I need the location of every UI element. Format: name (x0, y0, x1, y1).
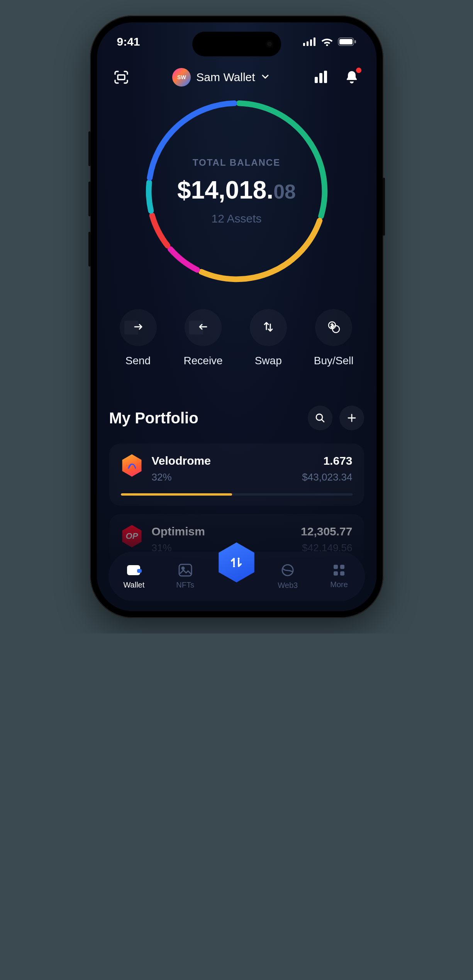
svg-rect-16 (137, 569, 142, 573)
svg-rect-3 (314, 37, 315, 46)
send-label: Send (125, 355, 151, 367)
svg-point-18 (182, 567, 184, 569)
portfolio-title: My Portfolio (109, 409, 198, 427)
image-icon (178, 564, 192, 578)
asset-allocation-pct: 32% (152, 471, 211, 483)
dynamic-island (192, 32, 281, 56)
receive-button[interactable]: Receive (184, 309, 223, 367)
svg-rect-25 (340, 571, 344, 576)
svg-rect-23 (340, 565, 344, 569)
cellular-signal-icon (303, 37, 316, 46)
wifi-icon (321, 37, 333, 46)
svg-rect-9 (315, 77, 318, 83)
svg-rect-11 (324, 71, 327, 83)
svg-rect-1 (307, 41, 309, 46)
wallet-picker[interactable]: SW Sam Wallet (172, 68, 270, 87)
svg-rect-22 (334, 565, 338, 569)
arrow-left-icon (197, 321, 209, 334)
asset-icon (121, 454, 143, 477)
scan-button[interactable] (112, 68, 130, 86)
phone-frame: 9:41 (90, 15, 383, 618)
assets-count: 12 Assets (211, 212, 261, 225)
buy-sell-label: Buy/Sell (314, 355, 354, 367)
asset-card[interactable]: Velodrome32%1.673$43,023.34 (109, 443, 364, 506)
search-button[interactable] (308, 406, 332, 430)
asset-icon: OP (121, 525, 143, 547)
svg-point-20 (238, 558, 240, 560)
balance-value: $14,018.08 (177, 176, 296, 204)
asset-name: Velodrome (152, 454, 211, 467)
svg-rect-7 (354, 40, 356, 43)
battery-icon (338, 37, 356, 46)
notifications-button[interactable] (343, 68, 361, 86)
wallet-avatar: SW (172, 68, 191, 87)
notification-dot (356, 68, 361, 73)
action-row: Send Receive Swap (97, 309, 376, 367)
svg-rect-6 (339, 39, 353, 44)
stats-button[interactable] (312, 68, 330, 86)
grid-icon (333, 564, 345, 578)
asset-amount: 1.673 (302, 454, 352, 467)
add-asset-button[interactable] (339, 406, 364, 430)
asset-name: Optimism (152, 525, 205, 538)
svg-rect-0 (303, 43, 305, 46)
nav-web3[interactable]: Web3 (266, 563, 309, 590)
svg-rect-10 (319, 73, 322, 83)
nav-nfts[interactable]: NFTs (164, 564, 207, 589)
asset-fiat-value: $43,023.34 (302, 471, 352, 483)
receive-label: Receive (184, 355, 223, 367)
wallet-icon (126, 564, 142, 578)
nav-center-action[interactable] (215, 541, 258, 584)
svg-rect-24 (334, 571, 338, 576)
balance-label: TOTAL BALANCE (193, 157, 280, 168)
swap-icon (262, 321, 275, 335)
globe-icon (281, 563, 295, 579)
asset-progress-bar (121, 493, 353, 496)
status-time: 9:41 (117, 35, 140, 48)
app-header: SW Sam Wallet (97, 64, 376, 90)
wallet-name: Sam Wallet (196, 71, 255, 84)
svg-point-4 (326, 44, 328, 46)
svg-point-19 (233, 566, 235, 567)
coins-icon (327, 320, 341, 335)
arrow-right-icon (132, 321, 144, 334)
screen: 9:41 (97, 22, 376, 611)
svg-rect-17 (179, 564, 192, 576)
asset-amount: 12,305.77 (301, 525, 352, 538)
nav-more[interactable]: More (318, 564, 360, 589)
svg-point-13 (332, 326, 339, 333)
chevron-down-icon (261, 72, 270, 83)
swap-label: Swap (255, 355, 282, 367)
svg-rect-8 (118, 75, 125, 80)
buy-sell-button[interactable]: Buy/Sell (314, 309, 354, 367)
nav-wallet[interactable]: Wallet (113, 564, 155, 589)
svg-rect-2 (310, 39, 312, 46)
allocation-ring-chart[interactable]: TOTAL BALANCE $14,018.08 12 Assets (142, 97, 331, 286)
swap-button[interactable]: Swap (250, 309, 287, 367)
send-button[interactable]: Send (120, 309, 157, 367)
bottom-nav: Wallet NFTs (109, 552, 365, 601)
